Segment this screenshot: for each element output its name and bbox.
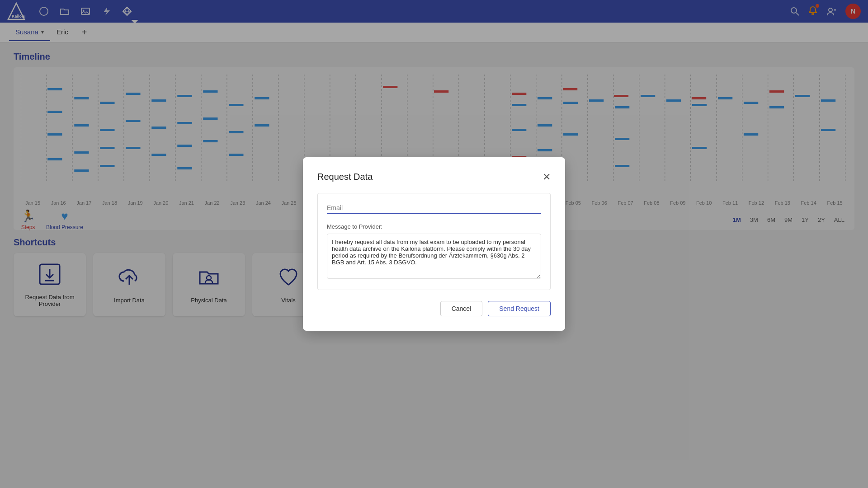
message-textarea[interactable]: I hereby request all data from my last e… — [327, 234, 541, 279]
email-input[interactable] — [327, 202, 541, 214]
modal-overlay[interactable]: Request Data ✕ Message to Provider: I he… — [0, 0, 868, 488]
send-request-button[interactable]: Send Request — [488, 301, 551, 316]
request-data-modal: Request Data ✕ Message to Provider: I he… — [303, 157, 565, 331]
modal-actions: Cancel Send Request — [317, 301, 551, 316]
modal-header: Request Data ✕ — [317, 172, 551, 182]
modal-form: Message to Provider: I hereby request al… — [317, 193, 551, 290]
modal-title: Request Data — [317, 172, 373, 182]
modal-close-button[interactable]: ✕ — [542, 172, 551, 182]
message-label: Message to Provider: — [327, 223, 541, 230]
cancel-button[interactable]: Cancel — [440, 301, 483, 316]
